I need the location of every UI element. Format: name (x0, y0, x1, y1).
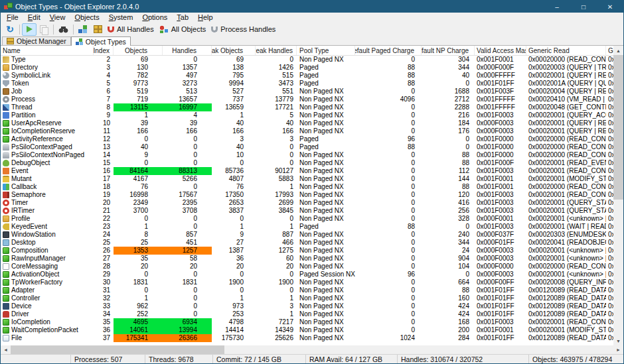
default-np-charge-cell: 424 (422, 310, 475, 318)
peak-handles-cell: 14349 (256, 326, 297, 334)
table-row-tpworkerfactory[interactable]: TpWorkerFactory301831183119001900Non Pag… (1, 278, 613, 286)
menu-edit[interactable]: Edit (23, 13, 45, 21)
table-row-file[interactable]: File371753412636617573025626Non Paged NX… (1, 334, 613, 342)
tab-object-types[interactable]: Object Types (71, 36, 131, 46)
column-header-handles[interactable]: Handles (163, 46, 212, 55)
table-row-callback[interactable]: Callback18760761Non Paged NX0880x001F000… (1, 183, 613, 191)
table-row-iocompletionreserve[interactable]: IoCompletionReserve11166166166166Non Pag… (1, 127, 613, 135)
vertical-scroll-thumb[interactable] (613, 55, 623, 200)
generic-write-cell: 0x00120116 (606, 294, 613, 302)
menu-view[interactable]: View (45, 13, 70, 21)
scroll-down-icon[interactable] (613, 336, 623, 345)
table-row-partition[interactable]: Partition91415Non Paged NX02160x001F0003… (1, 111, 613, 119)
table-row-symboliclink[interactable]: SymbolicLink4782497795515Paged88400x000F… (1, 72, 613, 80)
table-row-keyedevent[interactable]: KeyedEvent231011Paged8800x001F00030x0002… (1, 223, 613, 231)
table-row-device[interactable]: Device3396209733Non Paged NX04240x001F01… (1, 302, 613, 310)
column-header-name[interactable]: Name (1, 46, 94, 55)
peak-handles-cell: 3 (256, 302, 297, 310)
horizontal-scrollbar[interactable] (1, 345, 623, 354)
generic-read-cell: 0x00020001 (QUERY | READ_CONTR... (526, 127, 606, 135)
cubes-icon (78, 25, 88, 34)
generic-write-cell: 0x00020000 (606, 135, 613, 143)
column-header-valid-access-mask[interactable]: Valid Access Mask (475, 46, 526, 55)
table-row-waitcompletionpacket[interactable]: WaitCompletionPacket36140611399414414143… (1, 326, 613, 334)
column-header-objects[interactable]: Objects (114, 46, 163, 55)
menu-system[interactable]: System (104, 13, 138, 21)
table-row-directory[interactable]: Directory313013571381426Paged883440x000F… (1, 64, 613, 72)
table-row-coremessaging[interactable]: CoreMessaging2820202020Non Paged NX01040… (1, 263, 613, 271)
table-row-adapter[interactable]: Adapter310000Non Paged NX0880x001F01FF0x… (1, 286, 613, 294)
table-row-pssilocontextpaged[interactable]: PsSiloContextPaged13400400Paged8800x001F… (1, 143, 613, 151)
horizontal-scroll-thumb[interactable] (11, 345, 224, 354)
table-row-activityreference[interactable]: ActivityReference120033Paged9600x001F000… (1, 135, 613, 143)
scroll-up-icon[interactable] (613, 46, 623, 55)
minimize-button[interactable]: – (544, 1, 570, 13)
table-row-iocompletion[interactable]: IoCompletion354695693447987217Non Paged … (1, 318, 613, 326)
all-objects-button[interactable]: All Objects (157, 23, 209, 36)
table-row-driver[interactable]: Driver3425202531Non Paged NX04240x001F01… (1, 310, 613, 318)
vertical-scrollbar[interactable] (613, 46, 623, 345)
vertical-scroll-track[interactable] (613, 55, 623, 336)
find-button[interactable] (56, 23, 71, 36)
column-header-generic-write[interactable]: Generic Write (606, 46, 613, 55)
pool-type-cell: Non Paged NX (297, 183, 355, 191)
column-header-default-paged-charge[interactable]: Default Paged Charge (355, 46, 422, 55)
run-button[interactable] (22, 23, 37, 36)
horizontal-scroll-track[interactable] (224, 345, 613, 354)
column-header-default-np-charge[interactable]: Default NP Charge (422, 46, 475, 55)
object-name-cell: IoCompletion (1, 318, 94, 326)
scroll-right-icon[interactable] (613, 345, 623, 354)
peak-handles-cell: 3845 (256, 207, 297, 215)
table-row-event[interactable]: Event1684164883138573690127Non Paged NX0… (1, 167, 613, 175)
pool-type-cell: Paged Session NX (297, 271, 355, 278)
table-row-controller[interactable]: Controller321011Non Paged NX01600x001F01… (1, 294, 613, 302)
handles-cell: 497 (163, 72, 212, 80)
table-row-semaphore[interactable]: Semaphore1916998175671735017993Non Paged… (1, 191, 613, 199)
table-row-rawinputmanager[interactable]: RawInputManager2735583660Non Paged NX090… (1, 255, 613, 263)
tab-label: Object Manager (17, 37, 66, 45)
table-row-process[interactable]: Process77191365773713779Non Paged NX4096… (1, 95, 613, 103)
objects-cell: 35 (114, 255, 163, 263)
process-handles-button[interactable]: Process Handles (208, 23, 278, 36)
column-header-peak-handles[interactable]: Peak Handles (256, 46, 297, 55)
table-row-profile[interactable]: Profile220000Non Paged NX03280x000F00010… (1, 215, 613, 223)
column-header-pool-type[interactable]: Pool Type (297, 46, 355, 55)
peak-handles-cell: 0 (256, 143, 297, 151)
generic-read-cell: 0x00020001 (READ_CONTROL) (526, 318, 606, 326)
table-row-userapcreserve[interactable]: UserApcReserve1039394040Non Paged NX0184… (1, 119, 613, 127)
close-button[interactable]: ✕ (597, 1, 623, 13)
maximize-button[interactable]: □ (570, 1, 597, 13)
table-row-irtimer[interactable]: IRTimer213700370838373845Non Paged NX025… (1, 207, 613, 215)
menu-options[interactable]: Options (137, 13, 172, 21)
table-row-type[interactable]: Type2690690Non Paged NX03040x001F00010x0… (1, 56, 613, 64)
table-row-job[interactable]: Job6519513527551Non Paged NX016880x001F0… (1, 88, 613, 95)
all-handles-button[interactable]: All Handles (105, 23, 157, 36)
table-row-debugobject[interactable]: DebugObject150000Non Paged NX0880x001F00… (1, 159, 613, 167)
menu-file[interactable]: File (2, 13, 23, 21)
table-row-mutant[interactable]: Mutant174167526648075883Non Paged NX0144… (1, 175, 613, 183)
menu-help[interactable]: Help (193, 13, 218, 21)
menu-objects[interactable]: Objects (70, 13, 104, 21)
menu-tab[interactable]: Tab (172, 13, 193, 21)
peak-handles-cell: 20 (256, 263, 297, 271)
table-row-token[interactable]: Token59773327399943473Paged8800x001F01FF… (1, 80, 613, 88)
generic-write-cell: 0x00120116 (606, 286, 613, 294)
object-name-cell: File (1, 334, 94, 342)
refresh-button[interactable]: ↻ (3, 23, 17, 36)
table-row-composition[interactable]: Composition261353125713871275Non Paged N… (1, 247, 613, 255)
tab-object-manager[interactable]: Object Manager (2, 36, 71, 45)
table-row-thread[interactable]: Thread813115169971365917721Non Paged NX0… (1, 103, 613, 111)
column-header-peak-objects[interactable]: Peak Objects (212, 46, 256, 55)
column-header-index[interactable]: Index (94, 46, 114, 55)
object-types-view-button[interactable] (76, 23, 90, 36)
table-row-timer[interactable]: Timer202349239526532699Non Paged NX04160… (1, 199, 613, 207)
scroll-left-icon[interactable] (1, 345, 11, 354)
copy-button[interactable] (37, 23, 51, 36)
table-row-windowstation[interactable]: WindowStation2488579887Non Paged NX02400… (1, 231, 613, 239)
column-header-generic-read[interactable]: Generic Read (526, 46, 606, 55)
pool-type-cell: Non Paged NX (297, 88, 355, 95)
table-row-activationobject[interactable]: ActivationObject290000Paged Session NX96… (1, 271, 613, 278)
object-manager-view-button[interactable] (90, 23, 105, 36)
table-row-pssilocontextnonpaged[interactable]: PsSiloContextNonPaged1490100Non Paged NX… (1, 151, 613, 159)
table-row-desktop[interactable]: Desktop252545127466Non Paged NX03440x000… (1, 239, 613, 247)
